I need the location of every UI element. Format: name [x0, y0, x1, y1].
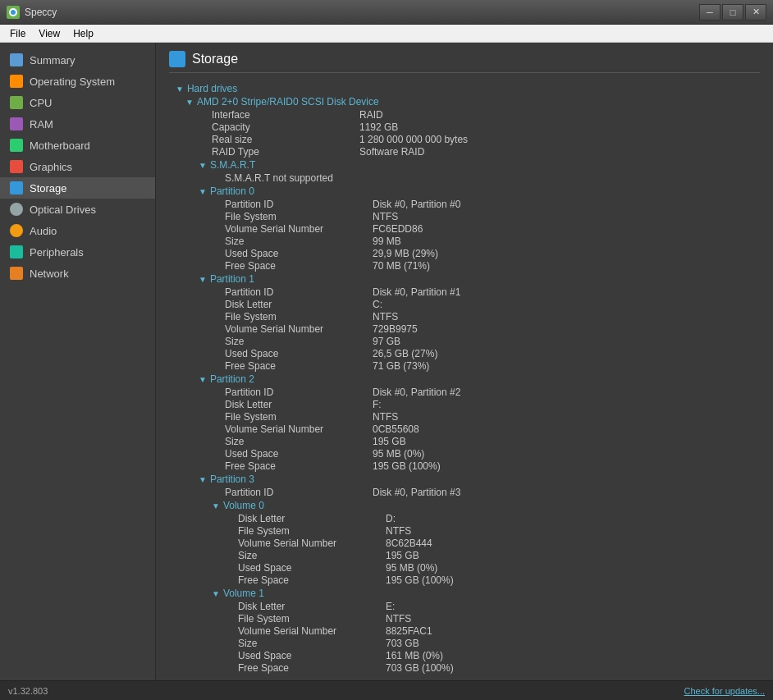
prop-interface-key: Interface	[212, 109, 359, 121]
prop-p1-size-key: Size	[225, 336, 373, 347]
hard-drives-label: Hard drives	[187, 83, 237, 94]
prop-p1-id-val: Disk #0, Partition #1	[373, 286, 460, 298]
prop-v1-dl-val: E:	[386, 601, 395, 612]
volume0-heading[interactable]: ▼ Volume 0	[212, 500, 760, 511]
ram-icon	[10, 117, 23, 130]
sidebar-label-summary: Summary	[30, 54, 75, 66]
prop-p3-id: Partition ID Disk #0, Partition #3	[225, 487, 760, 498]
prop-p1-vsn-key: Volume Serial Number	[225, 323, 373, 335]
prop-v1-free: Free Space 703 GB (100%)	[238, 662, 760, 674]
prop-p2-fs-key: File System	[225, 411, 373, 423]
menu-file[interactable]: File	[3, 26, 32, 41]
smart-status: S.M.A.R.T not supported	[225, 172, 333, 184]
prop-p2-id-key: Partition ID	[225, 387, 373, 398]
prop-p0-fs: File System NTFS	[225, 211, 760, 222]
hard-drives-heading[interactable]: ▼ Hard drives	[176, 83, 760, 94]
prop-p2-id-val: Disk #0, Partition #2	[373, 387, 460, 398]
main-content: Summary Operating System CPU RAM Motherb…	[0, 43, 773, 680]
prop-v0-free-key: Free Space	[238, 574, 386, 586]
prop-v1-size-key: Size	[238, 638, 386, 649]
os-icon	[10, 75, 23, 88]
sidebar-label-cpu: CPU	[30, 97, 52, 109]
smart-heading[interactable]: ▼ S.M.A.R.T	[199, 159, 760, 171]
disk-device-label: AMD 2+0 Stripe/RAID0 SCSI Disk Device	[197, 96, 379, 108]
partition1-heading[interactable]: ▼ Partition 1	[199, 273, 760, 285]
prop-p1-dl-key: Disk Letter	[225, 299, 373, 310]
network-icon	[10, 267, 23, 280]
sidebar: Summary Operating System CPU RAM Motherb…	[0, 43, 156, 680]
prop-real-size-val: 1 280 000 000 000 bytes	[359, 134, 468, 145]
audio-icon	[10, 224, 23, 237]
graphics-icon	[10, 160, 23, 173]
prop-v0-fs-key: File System	[238, 525, 386, 537]
sidebar-item-optical[interactable]: Optical Drives	[0, 199, 155, 220]
prop-v1-vsn-key: Volume Serial Number	[238, 625, 386, 637]
prop-v0-free: Free Space 195 GB (100%)	[238, 574, 760, 586]
prop-p2-used-val: 95 MB (0%)	[373, 448, 424, 460]
prop-v0-free-val: 195 GB (100%)	[386, 574, 454, 586]
check-updates-link[interactable]: Check for updates...	[684, 686, 765, 696]
prop-p0-id-key: Partition ID	[225, 199, 373, 210]
menu-bar: File View Help	[0, 25, 773, 43]
prop-interface: Interface RAID	[212, 109, 760, 121]
sidebar-item-network[interactable]: Network	[0, 263, 155, 284]
prop-v1-vsn-val: 8825FAC1	[386, 625, 432, 637]
prop-p1-free-key: Free Space	[225, 360, 373, 372]
prop-v1-free-key: Free Space	[238, 662, 386, 674]
prop-p1-id-key: Partition ID	[225, 286, 373, 298]
prop-p2-dl-key: Disk Letter	[225, 399, 373, 410]
sidebar-item-graphics[interactable]: Graphics	[0, 156, 155, 177]
sidebar-item-cpu[interactable]: CPU	[0, 92, 155, 113]
maximize-button[interactable]: □	[722, 4, 743, 21]
arrow-disk: ▼	[185, 98, 194, 107]
app-icon	[7, 6, 20, 19]
menu-view[interactable]: View	[32, 26, 66, 41]
prop-p0-vsn-val: FC6EDD86	[373, 223, 423, 235]
sidebar-item-summary[interactable]: Summary	[0, 49, 155, 71]
content-area: Storage ▼ Hard drives ▼ AMD 2+0 Stripe/R…	[156, 43, 773, 680]
prop-p2-free-key: Free Space	[225, 460, 373, 472]
close-button[interactable]: ✕	[745, 4, 766, 21]
prop-p1-size: Size 97 GB	[225, 336, 760, 347]
partition0-heading[interactable]: ▼ Partition 0	[199, 185, 760, 197]
prop-interface-val: RAID	[359, 109, 383, 121]
partition3-heading[interactable]: ▼ Partition 3	[199, 474, 760, 485]
storage-tree: ▼ Hard drives ▼ AMD 2+0 Stripe/RAID0 SCS…	[169, 83, 760, 674]
prop-v1-dl-key: Disk Letter	[238, 601, 386, 612]
prop-p1-size-val: 97 GB	[373, 336, 400, 347]
title-bar-left: Speccy	[7, 6, 57, 19]
sidebar-item-motherboard[interactable]: Motherboard	[0, 135, 155, 156]
status-bar: v1.32.803 Check for updates...	[0, 680, 773, 700]
sidebar-item-audio[interactable]: Audio	[0, 220, 155, 241]
sidebar-item-ram[interactable]: RAM	[0, 113, 155, 135]
prop-real-size: Real size 1 280 000 000 000 bytes	[212, 134, 760, 145]
prop-p2-fs-val: NTFS	[373, 411, 398, 423]
prop-v1-fs: File System NTFS	[238, 613, 760, 625]
prop-p2-id: Partition ID Disk #0, Partition #2	[225, 387, 760, 398]
sidebar-label-storage: Storage	[30, 182, 67, 194]
prop-p0-fs-val: NTFS	[373, 211, 398, 222]
prop-real-size-key: Real size	[212, 134, 359, 145]
partition2-heading[interactable]: ▼ Partition 2	[199, 373, 760, 385]
motherboard-icon	[10, 139, 23, 152]
cpu-icon	[10, 96, 23, 109]
prop-p3-id-key: Partition ID	[225, 487, 373, 498]
sidebar-item-storage[interactable]: Storage	[0, 177, 155, 199]
minimize-button[interactable]: ─	[699, 4, 720, 21]
menu-help[interactable]: Help	[66, 26, 100, 41]
prop-p1-vsn-val: 729B9975	[373, 323, 418, 335]
prop-v0-fs-val: NTFS	[386, 525, 411, 537]
page-title: Storage	[192, 52, 238, 66]
disk-device-heading[interactable]: ▼ AMD 2+0 Stripe/RAID0 SCSI Disk Device	[185, 96, 760, 108]
prop-p2-used: Used Space 95 MB (0%)	[225, 448, 760, 460]
prop-capacity: Capacity 1192 GB	[212, 121, 760, 133]
title-buttons: ─ □ ✕	[699, 4, 766, 21]
prop-v0-dl: Disk Letter D:	[238, 513, 760, 524]
prop-p1-free: Free Space 71 GB (73%)	[225, 360, 760, 372]
sidebar-item-peripherals[interactable]: Peripherals	[0, 241, 155, 263]
prop-p0-id-val: Disk #0, Partition #0	[373, 199, 460, 210]
arrow-smart: ▼	[199, 161, 207, 170]
prop-v1-used-val: 161 MB (0%)	[386, 650, 443, 661]
sidebar-item-os[interactable]: Operating System	[0, 71, 155, 92]
volume1-heading[interactable]: ▼ Volume 1	[212, 588, 760, 599]
